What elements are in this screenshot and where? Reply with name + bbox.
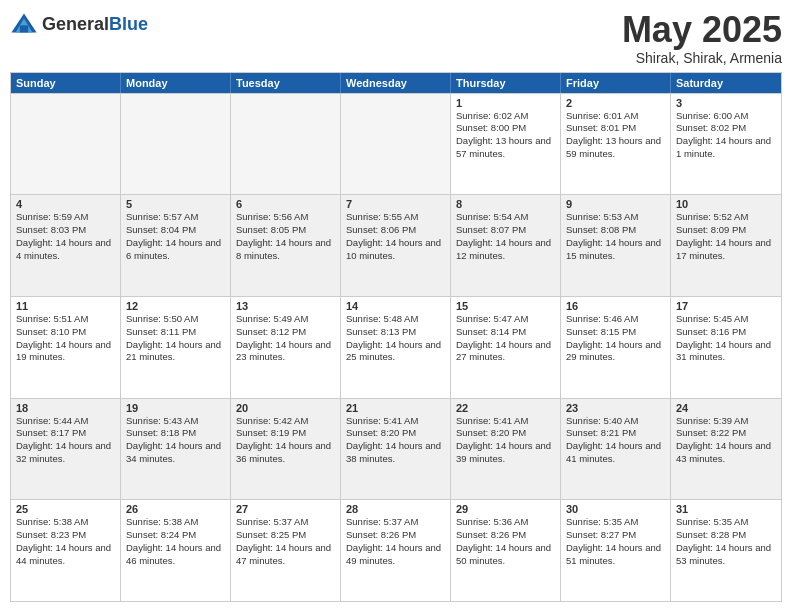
cell-text: Sunrise: 5:48 AMSunset: 8:13 PMDaylight:… — [346, 313, 441, 362]
day-cell-15: 15Sunrise: 5:47 AMSunset: 8:14 PMDayligh… — [451, 297, 561, 398]
cell-text: Sunrise: 5:46 AMSunset: 8:15 PMDaylight:… — [566, 313, 661, 362]
day-cell-27: 27Sunrise: 5:37 AMSunset: 8:25 PMDayligh… — [231, 500, 341, 601]
page: GeneralBlue May 2025 Shirak, Shirak, Arm… — [0, 0, 792, 612]
weekday-header-sunday: Sunday — [11, 73, 121, 93]
cell-text: Sunrise: 5:44 AMSunset: 8:17 PMDaylight:… — [16, 415, 111, 464]
day-number: 17 — [676, 300, 776, 312]
empty-cell — [11, 94, 121, 195]
calendar-body: 1Sunrise: 6:02 AMSunset: 8:00 PMDaylight… — [11, 93, 781, 601]
day-cell-29: 29Sunrise: 5:36 AMSunset: 8:26 PMDayligh… — [451, 500, 561, 601]
day-cell-21: 21Sunrise: 5:41 AMSunset: 8:20 PMDayligh… — [341, 399, 451, 500]
day-cell-2: 2Sunrise: 6:01 AMSunset: 8:01 PMDaylight… — [561, 94, 671, 195]
cell-text: Sunrise: 5:53 AMSunset: 8:08 PMDaylight:… — [566, 211, 661, 260]
day-cell-9: 9Sunrise: 5:53 AMSunset: 8:08 PMDaylight… — [561, 195, 671, 296]
cell-text: Sunrise: 5:54 AMSunset: 8:07 PMDaylight:… — [456, 211, 551, 260]
day-number: 9 — [566, 198, 665, 210]
calendar-row-2: 11Sunrise: 5:51 AMSunset: 8:10 PMDayligh… — [11, 296, 781, 398]
header: GeneralBlue May 2025 Shirak, Shirak, Arm… — [10, 10, 782, 66]
cell-text: Sunrise: 5:41 AMSunset: 8:20 PMDaylight:… — [346, 415, 441, 464]
day-number: 4 — [16, 198, 115, 210]
cell-text: Sunrise: 5:39 AMSunset: 8:22 PMDaylight:… — [676, 415, 771, 464]
day-number: 16 — [566, 300, 665, 312]
day-cell-19: 19Sunrise: 5:43 AMSunset: 8:18 PMDayligh… — [121, 399, 231, 500]
day-number: 11 — [16, 300, 115, 312]
cell-text: Sunrise: 5:37 AMSunset: 8:25 PMDaylight:… — [236, 516, 331, 565]
day-cell-31: 31Sunrise: 5:35 AMSunset: 8:28 PMDayligh… — [671, 500, 781, 601]
day-number: 5 — [126, 198, 225, 210]
day-cell-5: 5Sunrise: 5:57 AMSunset: 8:04 PMDaylight… — [121, 195, 231, 296]
day-cell-3: 3Sunrise: 6:00 AMSunset: 8:02 PMDaylight… — [671, 94, 781, 195]
day-number: 2 — [566, 97, 665, 109]
day-number: 21 — [346, 402, 445, 414]
day-cell-12: 12Sunrise: 5:50 AMSunset: 8:11 PMDayligh… — [121, 297, 231, 398]
logo-text: GeneralBlue — [42, 14, 148, 35]
calendar-header: SundayMondayTuesdayWednesdayThursdayFrid… — [11, 73, 781, 93]
day-cell-1: 1Sunrise: 6:02 AMSunset: 8:00 PMDaylight… — [451, 94, 561, 195]
day-number: 26 — [126, 503, 225, 515]
day-cell-13: 13Sunrise: 5:49 AMSunset: 8:12 PMDayligh… — [231, 297, 341, 398]
calendar-row-1: 4Sunrise: 5:59 AMSunset: 8:03 PMDaylight… — [11, 194, 781, 296]
day-number: 1 — [456, 97, 555, 109]
location-title: Shirak, Shirak, Armenia — [622, 50, 782, 66]
day-number: 28 — [346, 503, 445, 515]
cell-text: Sunrise: 5:35 AMSunset: 8:27 PMDaylight:… — [566, 516, 661, 565]
cell-text: Sunrise: 5:40 AMSunset: 8:21 PMDaylight:… — [566, 415, 661, 464]
calendar-row-0: 1Sunrise: 6:02 AMSunset: 8:00 PMDaylight… — [11, 93, 781, 195]
day-cell-30: 30Sunrise: 5:35 AMSunset: 8:27 PMDayligh… — [561, 500, 671, 601]
day-cell-11: 11Sunrise: 5:51 AMSunset: 8:10 PMDayligh… — [11, 297, 121, 398]
cell-text: Sunrise: 5:47 AMSunset: 8:14 PMDaylight:… — [456, 313, 551, 362]
logo: GeneralBlue — [10, 10, 148, 38]
day-number: 22 — [456, 402, 555, 414]
day-number: 18 — [16, 402, 115, 414]
day-number: 6 — [236, 198, 335, 210]
weekday-header-tuesday: Tuesday — [231, 73, 341, 93]
cell-text: Sunrise: 5:51 AMSunset: 8:10 PMDaylight:… — [16, 313, 111, 362]
day-number: 27 — [236, 503, 335, 515]
day-cell-26: 26Sunrise: 5:38 AMSunset: 8:24 PMDayligh… — [121, 500, 231, 601]
cell-text: Sunrise: 5:35 AMSunset: 8:28 PMDaylight:… — [676, 516, 771, 565]
day-cell-4: 4Sunrise: 5:59 AMSunset: 8:03 PMDaylight… — [11, 195, 121, 296]
day-cell-23: 23Sunrise: 5:40 AMSunset: 8:21 PMDayligh… — [561, 399, 671, 500]
day-number: 24 — [676, 402, 776, 414]
cell-text: Sunrise: 5:38 AMSunset: 8:24 PMDaylight:… — [126, 516, 221, 565]
day-number: 30 — [566, 503, 665, 515]
svg-rect-2 — [20, 25, 28, 32]
weekday-header-thursday: Thursday — [451, 73, 561, 93]
cell-text: Sunrise: 5:59 AMSunset: 8:03 PMDaylight:… — [16, 211, 111, 260]
title-block: May 2025 Shirak, Shirak, Armenia — [622, 10, 782, 66]
day-cell-16: 16Sunrise: 5:46 AMSunset: 8:15 PMDayligh… — [561, 297, 671, 398]
day-cell-14: 14Sunrise: 5:48 AMSunset: 8:13 PMDayligh… — [341, 297, 451, 398]
day-cell-24: 24Sunrise: 5:39 AMSunset: 8:22 PMDayligh… — [671, 399, 781, 500]
day-number: 15 — [456, 300, 555, 312]
cell-text: Sunrise: 5:50 AMSunset: 8:11 PMDaylight:… — [126, 313, 221, 362]
calendar: SundayMondayTuesdayWednesdayThursdayFrid… — [10, 72, 782, 602]
cell-text: Sunrise: 6:02 AMSunset: 8:00 PMDaylight:… — [456, 110, 551, 159]
day-number: 25 — [16, 503, 115, 515]
day-cell-28: 28Sunrise: 5:37 AMSunset: 8:26 PMDayligh… — [341, 500, 451, 601]
cell-text: Sunrise: 5:36 AMSunset: 8:26 PMDaylight:… — [456, 516, 551, 565]
empty-cell — [341, 94, 451, 195]
day-cell-18: 18Sunrise: 5:44 AMSunset: 8:17 PMDayligh… — [11, 399, 121, 500]
cell-text: Sunrise: 5:42 AMSunset: 8:19 PMDaylight:… — [236, 415, 331, 464]
day-number: 3 — [676, 97, 776, 109]
cell-text: Sunrise: 5:38 AMSunset: 8:23 PMDaylight:… — [16, 516, 111, 565]
day-number: 29 — [456, 503, 555, 515]
cell-text: Sunrise: 5:55 AMSunset: 8:06 PMDaylight:… — [346, 211, 441, 260]
day-cell-8: 8Sunrise: 5:54 AMSunset: 8:07 PMDaylight… — [451, 195, 561, 296]
logo-icon — [10, 10, 38, 38]
weekday-header-saturday: Saturday — [671, 73, 781, 93]
day-cell-7: 7Sunrise: 5:55 AMSunset: 8:06 PMDaylight… — [341, 195, 451, 296]
cell-text: Sunrise: 5:37 AMSunset: 8:26 PMDaylight:… — [346, 516, 441, 565]
cell-text: Sunrise: 5:45 AMSunset: 8:16 PMDaylight:… — [676, 313, 771, 362]
day-number: 13 — [236, 300, 335, 312]
cell-text: Sunrise: 5:43 AMSunset: 8:18 PMDaylight:… — [126, 415, 221, 464]
cell-text: Sunrise: 5:57 AMSunset: 8:04 PMDaylight:… — [126, 211, 221, 260]
day-number: 23 — [566, 402, 665, 414]
calendar-row-4: 25Sunrise: 5:38 AMSunset: 8:23 PMDayligh… — [11, 499, 781, 601]
cell-text: Sunrise: 6:01 AMSunset: 8:01 PMDaylight:… — [566, 110, 661, 159]
day-cell-20: 20Sunrise: 5:42 AMSunset: 8:19 PMDayligh… — [231, 399, 341, 500]
cell-text: Sunrise: 5:56 AMSunset: 8:05 PMDaylight:… — [236, 211, 331, 260]
cell-text: Sunrise: 5:49 AMSunset: 8:12 PMDaylight:… — [236, 313, 331, 362]
month-title: May 2025 — [622, 10, 782, 50]
weekday-header-monday: Monday — [121, 73, 231, 93]
